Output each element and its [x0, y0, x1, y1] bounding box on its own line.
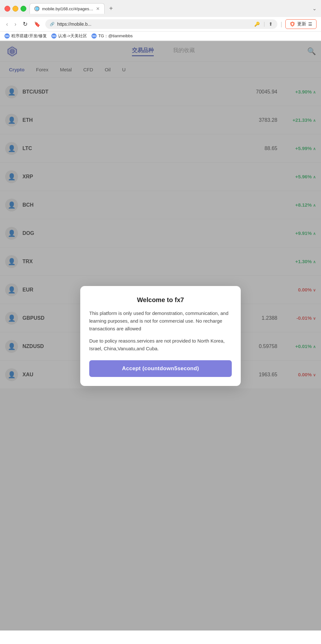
bookmark-item-1[interactable]: tm 程序搭建/开发/修复: [4, 33, 47, 39]
browser-chrome: 🌐 mobile.byi168.cc/#/pages/log... ✕ + ⌄ …: [0, 0, 321, 41]
browser-tab[interactable]: 🌐 mobile.byi168.cc/#/pages/log... ✕: [30, 3, 105, 14]
tab-favicon: 🌐: [34, 6, 39, 11]
modal-body-paragraph-2: Due to policy reasons.services are not p…: [89, 337, 232, 353]
back-button[interactable]: ‹: [4, 20, 10, 28]
share-icon[interactable]: ⬆: [269, 21, 273, 27]
browser-title-bar: 🌐 mobile.byi168.cc/#/pages/log... ✕ + ⌄: [0, 0, 321, 17]
reload-button[interactable]: ↻: [21, 20, 29, 28]
bookmark-label-2: 认准->天美社区: [58, 33, 87, 39]
modal-title: Welcome to fx7: [89, 296, 232, 304]
tab-bar: 🌐 mobile.byi168.cc/#/pages/log... ✕ + ⌄: [30, 3, 317, 14]
menu-icon: ☰: [308, 22, 312, 27]
address-text: https://mobile.b...: [57, 22, 252, 27]
welcome-modal: Welcome to fx7 This platform is only use…: [80, 286, 241, 386]
bookmark-favicon-1: tm: [4, 33, 10, 39]
tab-menu-icon[interactable]: ⌄: [312, 5, 317, 12]
bookmark-favicon-2: tm: [51, 33, 56, 39]
new-tab-button[interactable]: +: [107, 4, 116, 13]
browser-nav: ‹ › ↻ 🔖 🔗 https://mobile.b... 🔑 | ⬆ | 更新…: [0, 17, 321, 31]
update-label: 更新: [297, 21, 306, 27]
brave-icon: [290, 21, 295, 27]
modal-overlay: Welcome to fx7 This platform is only use…: [0, 41, 321, 631]
bookmark-button[interactable]: 🔖: [32, 21, 42, 28]
separator: |: [281, 21, 282, 28]
forward-button[interactable]: ›: [13, 20, 18, 28]
bookmark-item-3[interactable]: tm TG：@tianmeibbs: [91, 33, 133, 39]
traffic-lights: [4, 6, 26, 12]
modal-body: This platform is only used for demonstra…: [89, 309, 232, 353]
bookmark-label-1: 程序搭建/开发/修复: [11, 33, 47, 39]
bookmark-label-3: TG：@tianmeibbs: [98, 33, 133, 39]
tab-title: mobile.byi168.cc/#/pages/log...: [42, 6, 93, 11]
bookmark-favicon-3: tm: [91, 33, 97, 39]
key-icon: 🔑: [254, 22, 260, 27]
address-bar[interactable]: 🔗 https://mobile.b... 🔑 | ⬆: [45, 19, 277, 29]
traffic-light-red[interactable]: [4, 6, 10, 12]
tab-close-icon[interactable]: ✕: [96, 6, 100, 11]
security-icon: 🔗: [50, 22, 55, 26]
traffic-light-green[interactable]: [21, 6, 26, 12]
accept-button[interactable]: Accept (countdown5second): [89, 360, 232, 377]
bookmark-item-2[interactable]: tm 认准->天美社区: [51, 33, 87, 39]
bookmarks-bar: tm 程序搭建/开发/修复 tm 认准->天美社区 tm TG：@tianmei…: [0, 31, 321, 41]
traffic-light-yellow[interactable]: [13, 6, 18, 12]
modal-body-paragraph-1: This platform is only used for demonstra…: [89, 309, 232, 333]
brave-update-button[interactable]: 更新 ☰: [285, 19, 317, 29]
app-container: 交易品种 我的收藏 🔍 Crypto Forex Metal CFD Oil U…: [0, 41, 321, 631]
